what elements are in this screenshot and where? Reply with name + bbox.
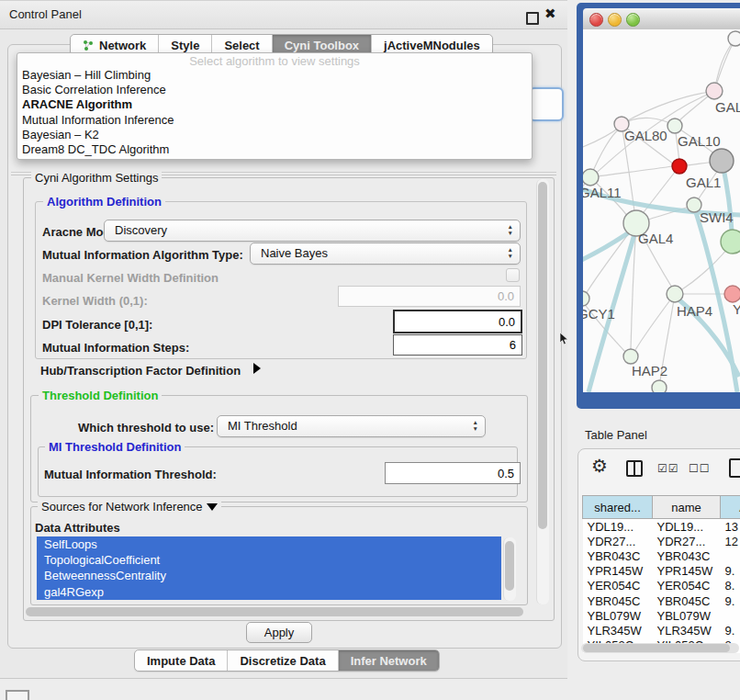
attribute-item-selected[interactable]: SelfLoops: [37, 536, 501, 552]
stepper-arrows-icon: ▲▼: [473, 419, 478, 432]
node-gal11[interactable]: [583, 169, 599, 186]
node-gray[interactable]: [710, 149, 734, 173]
manual-kernel-checkbox: [506, 268, 520, 282]
data-attributes-label: Data Attributes: [35, 521, 120, 535]
algorithm-option[interactable]: Mutual Information Inference: [17, 113, 532, 128]
mi-algorithm-type-label: Mutual Information Algorithm Type:: [42, 248, 243, 262]
attribute-item-selected[interactable]: BetweennessCentrality: [37, 568, 501, 583]
table-row[interactable]: YER054CYER054C8.: [583, 579, 740, 593]
screen: { "control_panel": { "title": "Control P…: [0, 0, 740, 700]
mi-algorithm-type-combobox[interactable]: Naive Bayes ▲▼: [250, 243, 521, 265]
settings-hscrollbar-thumb[interactable]: [26, 607, 523, 616]
expand-arrow-icon[interactable]: [253, 363, 261, 374]
close-icon[interactable]: ✖: [544, 6, 556, 22]
apply-button[interactable]: Apply: [246, 622, 312, 643]
node[interactable]: [652, 380, 667, 392]
minimize-traffic-light-icon[interactable]: [608, 13, 622, 27]
table-row[interactable]: YBR043CYBR043C: [583, 548, 740, 563]
node-salmon[interactable]: [724, 286, 740, 302]
collapse-arrow-icon[interactable]: [207, 503, 218, 511]
float-window-icon[interactable]: [526, 12, 539, 25]
aracne-mode-value: Discovery: [115, 223, 167, 237]
checked-columns-icon[interactable]: ☑☑: [657, 462, 679, 475]
node-table: shared... name A YDL19...YDL19...13 YDR2…: [582, 495, 740, 653]
column-header-name[interactable]: name: [653, 496, 721, 519]
list-scrollbar-track[interactable]: [503, 537, 516, 601]
column-header-shared[interactable]: shared...: [583, 496, 653, 519]
algorithm-option[interactable]: Dream8 DC_TDC Algorithm: [17, 142, 532, 157]
aracne-mode-combobox[interactable]: Discovery ▲▼: [104, 220, 521, 242]
which-threshold-combobox[interactable]: MI Threshold ▲▼: [217, 415, 486, 437]
network-icon: [83, 40, 95, 51]
mi-steps-label: Mutual Information Steps:: [42, 341, 189, 355]
node-gcy1[interactable]: [583, 291, 589, 306]
table-row[interactable]: YPR145WYPR145W9.: [583, 564, 740, 579]
node-label: Y: [733, 301, 740, 317]
node-hap4[interactable]: [667, 286, 683, 302]
columns-icon[interactable]: [626, 460, 643, 477]
node-gal-pink[interactable]: [706, 83, 723, 99]
unchecked-columns-icon[interactable]: ☐☐: [689, 462, 711, 475]
node-label: GAL80: [624, 128, 667, 143]
data-attributes-list: SelfLoops TopologicalCoefficient Between…: [37, 536, 501, 600]
node-label: GAL11: [583, 185, 622, 200]
mi-threshold-label: Mutual Information Threshold:: [44, 468, 217, 481]
node[interactable]: [728, 31, 740, 46]
tab-infer-network[interactable]: Infer Network: [339, 650, 439, 671]
algorithm-option[interactable]: Basic Correlation Inference: [17, 83, 532, 97]
node-hap2[interactable]: [623, 349, 638, 364]
table-row[interactable]: YDL19...YDL19...13: [583, 519, 740, 535]
node-label: GAL4: [638, 231, 673, 246]
stepper-arrows-icon: ▲▼: [508, 223, 513, 236]
tab-discretize-data[interactable]: Discretize Data: [228, 650, 338, 671]
close-traffic-light-icon[interactable]: [589, 13, 603, 27]
algorithm-option[interactable]: Bayesian – Hill Climbing: [17, 68, 532, 83]
stepper-arrows-icon: ▲▼: [508, 246, 513, 259]
network-window-titlebar[interactable]: [583, 8, 740, 30]
control-panel-window: Control Panel ✖ Network Style Select Cyn…: [0, 0, 567, 679]
node-green-large[interactable]: [721, 230, 740, 254]
settings-vscrollbar-thumb[interactable]: [538, 182, 547, 529]
attribute-item-selected[interactable]: TopologicalCoefficient: [37, 552, 501, 568]
sources-title: Sources for Network Inference: [38, 500, 221, 514]
control-panel-titlebar: Control Panel ✖: [0, 0, 567, 29]
algorithm-placeholder: Select algorithm to view settings: [17, 54, 532, 68]
mi-threshold-definition-title: MI Threshold Definition: [45, 440, 185, 454]
table-row[interactable]: YBR045CYBR045C9.: [583, 593, 740, 608]
algorithm-option-selected[interactable]: ARACNE Algorithm: [17, 97, 532, 112]
manual-kernel-label: Manual Kernel Width Definition: [42, 271, 219, 285]
mi-threshold-input[interactable]: 0.5: [385, 462, 521, 484]
node-label: GCY1: [583, 306, 615, 322]
table-panel: ⚙ ☑☑ ☐☐ shared... name A YDL19...YDL19..…: [577, 448, 740, 661]
node-label: GAL10: [678, 133, 721, 149]
bottom-tabbar: Impute Data Discretize Data Infer Networ…: [134, 649, 440, 672]
node-gal10[interactable]: [667, 119, 682, 133]
tab-impute-data[interactable]: Impute Data: [135, 650, 228, 671]
attribute-item-selected[interactable]: gal4RGexp: [37, 584, 501, 600]
node-label: HAP4: [677, 303, 712, 319]
file-icon[interactable]: [729, 458, 740, 478]
table-hscrollbar-track[interactable]: [581, 643, 739, 653]
algorithm-option[interactable]: Bayesian – K2: [17, 128, 532, 142]
node-label: GAL: [715, 99, 740, 115]
table-hscrollbar-thumb[interactable]: [583, 644, 730, 652]
mi-algorithm-type-value: Naive Bayes: [261, 246, 328, 260]
list-scrollbar-thumb[interactable]: [505, 541, 514, 591]
table-row[interactable]: YLR345WYLR345W9.: [583, 623, 740, 638]
tab-label: Network: [99, 39, 146, 52]
node-gal1-red[interactable]: [672, 159, 687, 174]
settings-vscrollbar-track[interactable]: [536, 179, 549, 604]
node-label: HAP2: [632, 363, 667, 378]
collapsed-panel-icon[interactable]: [6, 690, 29, 700]
table-row[interactable]: YBL079WYBL079W: [583, 608, 740, 623]
network-canvas[interactable]: GAL GAL80 GAL10 GAL1 GAL11 SWI4 GAL4 GCY…: [583, 29, 740, 392]
mi-steps-input[interactable]: 6: [393, 334, 522, 356]
gear-icon[interactable]: ⚙: [591, 455, 608, 477]
column-header[interactable]: A: [721, 496, 740, 519]
algorithm-combobox-fragment[interactable]: [529, 87, 564, 121]
zoom-traffic-light-icon[interactable]: [626, 13, 640, 27]
dpi-tolerance-input[interactable]: 0.0: [393, 310, 522, 333]
table-row[interactable]: YDR27...YDR27...12: [583, 534, 740, 548]
table-panel-title: Table Panel: [585, 428, 647, 442]
hub-definition-label[interactable]: Hub/Transcription Factor Definition: [40, 364, 241, 378]
